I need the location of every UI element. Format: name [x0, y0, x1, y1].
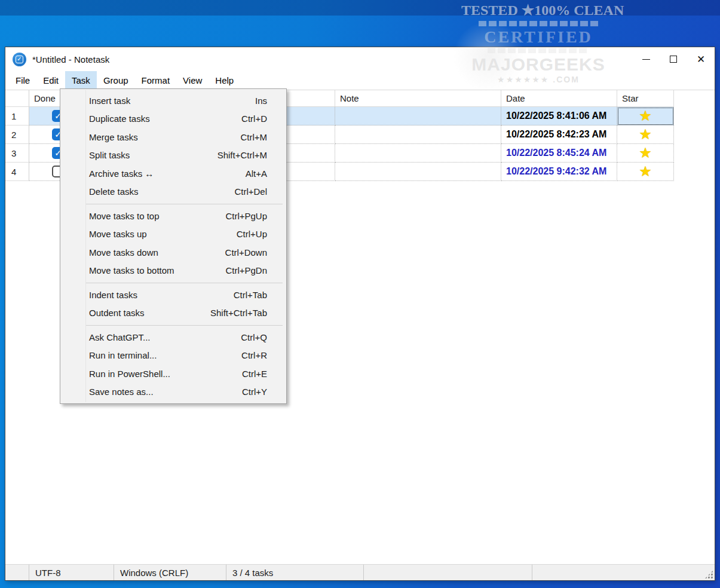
status-bar: UTF-8 Windows (CRLF) 3 / 4 tasks: [5, 564, 715, 580]
maximize-icon: [670, 56, 677, 63]
menu-separator: [85, 325, 283, 326]
row-number-cell[interactable]: 1: [5, 107, 29, 125]
status-line-ending: Windows (CRLF): [114, 565, 226, 580]
app-icon: ✓: [13, 53, 26, 66]
note-cell[interactable]: [335, 107, 501, 125]
menu-item-indent-tasks[interactable]: Indent tasksCtrl+Tab: [60, 286, 286, 304]
menu-item-split-tasks[interactable]: Split tasksShift+Ctrl+M: [60, 146, 286, 165]
menu-item-run-in-terminal[interactable]: Run in terminal...Ctrl+R: [60, 347, 286, 365]
menu-item-merge-tasks[interactable]: Merge tasksCtrl+M: [60, 128, 286, 146]
row-filler: [674, 107, 715, 125]
star-cell[interactable]: ★: [617, 107, 674, 125]
star-cell[interactable]: ★: [617, 125, 674, 144]
menu-item-move-tasks-to-top[interactable]: Move tasks to topCtrl+PgUp: [60, 207, 286, 225]
status-encoding: UTF-8: [29, 565, 114, 580]
menu-item-insert-task[interactable]: Insert taskIns: [60, 91, 286, 110]
header-note[interactable]: Note: [335, 90, 501, 107]
note-cell[interactable]: [335, 144, 501, 163]
menu-separator: [85, 204, 283, 204]
menu-item-run-in-powershell[interactable]: Run in PowerShell...Ctrl+E: [60, 365, 286, 383]
row-filler: [674, 144, 715, 163]
status-task-count: 3 / 4 tasks: [226, 565, 364, 580]
header-date[interactable]: Date: [501, 90, 617, 107]
menu-group[interactable]: Group: [97, 71, 135, 89]
menu-item-duplicate-tasks[interactable]: Duplicate tasksCtrl+D: [60, 110, 286, 128]
menu-edit[interactable]: Edit: [36, 71, 65, 89]
menu-item-archive-tasks[interactable]: Archive tasks ↔Alt+A: [60, 164, 286, 183]
menu-separator: [85, 283, 283, 283]
star-icon: ★: [639, 127, 652, 142]
date-cell[interactable]: 10/22/2025 8:42:23 AM: [501, 125, 617, 144]
menu-item-outdent-tasks[interactable]: Outdent tasksShift+Ctrl+Tab: [60, 304, 286, 323]
star-icon: ★: [639, 109, 652, 123]
menu-format[interactable]: Format: [135, 71, 177, 89]
menu-help[interactable]: Help: [209, 71, 240, 89]
date-cell[interactable]: 10/22/2025 8:41:06 AM: [501, 107, 617, 125]
resize-grip[interactable]: [704, 570, 713, 579]
row-filler: [674, 125, 715, 144]
menu-item-ask-chatgpt[interactable]: Ask ChatGPT...Ctrl+Q: [60, 328, 286, 347]
menu-item-move-tasks-up[interactable]: Move tasks upCtrl+Up: [60, 225, 286, 244]
date-cell-text: 10/22/2025 8:42:23 AM: [501, 129, 606, 140]
row-number-cell[interactable]: 3: [5, 144, 29, 163]
star-cell[interactable]: ★: [617, 163, 674, 181]
note-cell[interactable]: [335, 125, 501, 144]
minimize-button[interactable]: [632, 47, 660, 71]
date-cell-text: 10/22/2025 8:45:24 AM: [501, 148, 606, 158]
date-cell-text: 10/22/2025 9:42:32 AM: [501, 166, 606, 177]
header-gutter[interactable]: [5, 90, 29, 107]
menu-task[interactable]: Task: [65, 71, 97, 89]
app-check-icon: ✓: [16, 56, 23, 63]
note-cell[interactable]: [335, 163, 501, 181]
menu-bar: File Edit Task Group Format View Help: [5, 71, 715, 89]
menu-file[interactable]: File: [9, 71, 36, 89]
date-cell-text: 10/22/2025 8:41:06 AM: [501, 111, 606, 121]
menu-view[interactable]: View: [176, 71, 209, 89]
menu-item-delete-tasks[interactable]: Delete tasksCtrl+Del: [60, 183, 286, 201]
menu-item-move-tasks-down[interactable]: Move tasks downCtrl+Down: [60, 243, 286, 262]
window-controls: ✕: [632, 47, 715, 71]
star-cell[interactable]: ★: [617, 144, 674, 163]
maximize-button[interactable]: [660, 47, 687, 71]
date-cell[interactable]: 10/22/2025 9:42:32 AM: [501, 163, 617, 181]
status-blank: [5, 565, 29, 580]
close-button[interactable]: ✕: [687, 47, 715, 71]
menu-item-save-notes-as[interactable]: Save notes as...Ctrl+Y: [60, 383, 286, 402]
star-icon: ★: [639, 164, 652, 179]
task-dropdown-menu: Insert taskIns Duplicate tasksCtrl+D Mer…: [60, 88, 287, 404]
status-blank-2: [364, 565, 532, 580]
title-bar: ✓ *Untitled - Notetask ✕: [5, 47, 715, 71]
row-number-cell[interactable]: 4: [5, 163, 29, 181]
header-filler: [674, 90, 715, 107]
minimize-icon: [642, 59, 650, 60]
status-blank-3: [532, 565, 715, 580]
row-filler: [674, 163, 715, 181]
header-star[interactable]: Star: [617, 90, 674, 107]
close-icon: ✕: [697, 54, 705, 65]
window-title: *Untitled - Notetask: [32, 54, 109, 65]
star-icon: ★: [639, 146, 652, 160]
menu-item-move-tasks-to-bottom[interactable]: Move tasks to bottomCtrl+PgDn: [60, 262, 286, 280]
row-number-cell[interactable]: 2: [5, 125, 29, 144]
date-cell[interactable]: 10/22/2025 8:45:24 AM: [501, 144, 617, 163]
